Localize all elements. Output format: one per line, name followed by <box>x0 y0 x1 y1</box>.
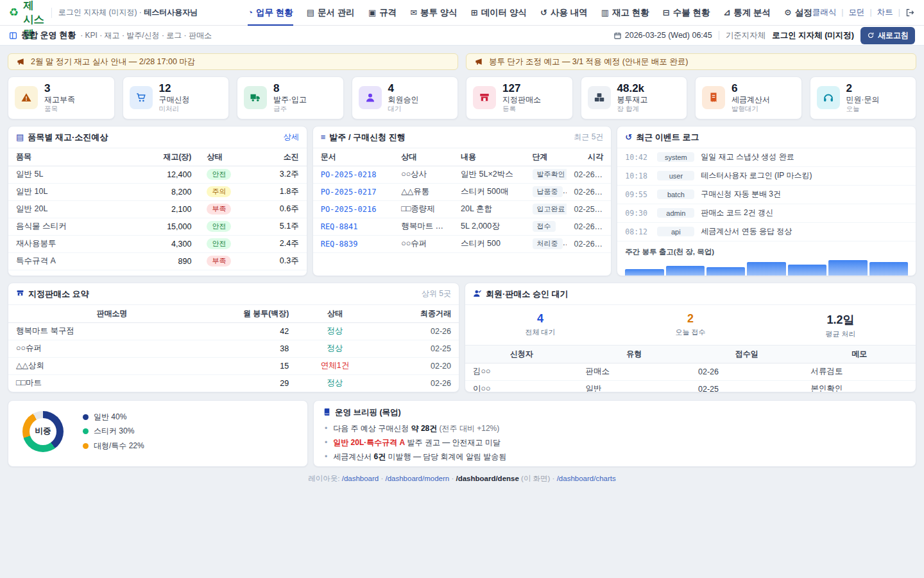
store-last-trade: 02-25 <box>373 340 459 357</box>
nav-item[interactable]: ◔ 업무 현황 <box>248 0 293 26</box>
item-name: 일반 20L <box>8 200 139 218</box>
stage-badge: 접수 <box>533 221 556 232</box>
bullet-icon: • <box>325 452 327 461</box>
nav-item[interactable]: ▥ 재고 현황 <box>601 0 649 26</box>
nav-item[interactable]: ▤ 문서 관리 <box>307 0 355 26</box>
bullet-icon: • <box>325 466 327 467</box>
footer-link[interactable]: /dashboard <box>342 475 379 482</box>
notice-text: 2월 말 정기 재고 실사 안내 — 2/28 17:00 마감 <box>31 57 195 67</box>
bar <box>747 262 785 276</box>
nav-item[interactable]: ⚙ 설정 <box>784 0 812 26</box>
event-log-list: 10:42 system 일일 재고 스냅샷 생성 완료 10:18 user … <box>617 148 916 241</box>
doc-link[interactable]: PO-2025-0218 <box>313 166 393 183</box>
layout-link[interactable]: 모던 <box>849 8 865 17</box>
doc-link[interactable]: PO-2025-0217 <box>313 183 393 200</box>
inventory-row: 일반 5L 12,400 안전 3.2주 <box>8 166 307 183</box>
nav-item[interactable]: ⊟ 수불 현황 <box>663 0 710 26</box>
receipt-icon <box>702 86 725 109</box>
donut-legend: 일반 40% 스티커 30% 대형/특수 22% <box>83 412 144 451</box>
layout-link[interactable]: 차트 <box>877 8 893 17</box>
col-header: 메모 <box>803 345 916 363</box>
col-header: 재고(장) <box>139 148 199 166</box>
inventory-panel: ▤품목별 재고·소진예상 상세 품목 재고(장) 상태 소진 일반 5L 12,… <box>8 126 307 276</box>
kpi-card[interactable]: 6 세금계산서 발행대기 <box>695 76 802 119</box>
bar-column: 토 <box>828 260 867 276</box>
item-depletion: 2.4주 <box>250 235 306 252</box>
kpi-value: 127 <box>502 82 541 95</box>
notice-text: 봉투 단가 조정 예고 — 3/1 적용 예정 (안내문 배포 완료) <box>489 57 688 67</box>
stage-badge: 발주확인 <box>533 169 567 180</box>
col-header: 단계 <box>525 148 567 166</box>
doc-link[interactable]: PO-2025-0216 <box>313 200 393 218</box>
item-depletion: 0.6주 <box>250 200 306 218</box>
kpi-card[interactable]: 48.2k 봉투재고 장 합계 <box>581 76 688 119</box>
refresh-button[interactable]: 새로고침 <box>860 27 915 44</box>
donut-chart: 비중 <box>22 411 64 452</box>
kpi-value: 8 <box>273 82 307 95</box>
kpi-card[interactable]: 4 회원승인 대기 <box>352 76 459 119</box>
nav-item[interactable]: ▣ 규격 <box>368 0 397 26</box>
store-name: ○○슈퍼 <box>8 340 216 357</box>
store-amount: 15 <box>216 357 296 374</box>
bullet-icon: • <box>325 438 327 447</box>
stage-badge: 처리중 <box>533 238 563 249</box>
item-stock: 4,300 <box>139 235 199 252</box>
order-desc: 스티커 500매 <box>453 183 525 200</box>
nav-item[interactable]: ⊿ 통계 분석 <box>723 0 771 26</box>
logout-icon[interactable] <box>905 8 915 17</box>
kpi-label: 봉투재고 <box>617 95 648 105</box>
order-row: REQ-8841 행복마트 북... 5L 2,000장 접수 02-26 09… <box>313 218 612 235</box>
megaphone-icon <box>16 57 25 66</box>
store-amount: 51 <box>216 392 296 392</box>
item-name: 일반 5L <box>8 166 139 183</box>
log-text: 판매소 코드 2건 갱신 <box>701 207 773 218</box>
kpi-card[interactable]: 3 재고부족 품목 <box>8 76 115 119</box>
footer-link[interactable]: /dashboard/dense <box>456 475 518 482</box>
kpi-label: 민원·문의 <box>846 95 880 105</box>
kpi-value: 2 <box>846 82 880 95</box>
col-header: 품목 <box>8 148 139 166</box>
kpi-card[interactable]: 12 구매신청 미처리 <box>123 76 230 119</box>
chart-icon: ⊿ <box>723 8 730 17</box>
layout-link[interactable]: 클래식 <box>812 8 837 17</box>
footer-link[interactable]: /dashboard/charts <box>557 475 616 482</box>
footer-link[interactable]: /dashboard/modern <box>385 475 449 482</box>
store-row: ◇◇할인점 51 정상 02-26 <box>8 392 459 392</box>
legend-label: 일반 40% <box>94 412 126 423</box>
applicant-name: 이○○ <box>465 380 578 392</box>
divider: | <box>841 8 843 17</box>
application-date: 02-26 <box>690 363 803 380</box>
nav-item[interactable]: ✉ 봉투 양식 <box>410 0 458 26</box>
applicant-type: 판매소 <box>578 363 691 380</box>
inventory-row: 일반 10L 8,200 주의 1.8주 <box>8 183 307 200</box>
store-row: 행복마트 북구점 42 정상 02-26 <box>8 322 459 340</box>
footer-link[interactable]: (이 화면) <box>521 475 550 482</box>
nav-item[interactable]: ⊞ 데이터 양식 <box>471 0 527 26</box>
kpi-value: 3 <box>44 82 75 95</box>
nav-label: 문서 관리 <box>318 7 355 19</box>
store-status: 정상 <box>327 344 343 353</box>
chart-title: 주간 봉투 출고(천 장, 목업) <box>625 247 908 257</box>
store-amount: 38 <box>216 340 296 357</box>
bar <box>706 267 745 276</box>
divider: | <box>898 8 900 17</box>
doc-link[interactable]: REQ-8839 <box>313 235 393 252</box>
nav-item[interactable]: ↺ 사용 내역 <box>540 0 588 26</box>
store-last-trade: 02-20 <box>373 357 459 374</box>
legend-dot-icon <box>83 428 89 434</box>
kpi-card[interactable]: 8 발주·입고 금주 <box>237 76 344 119</box>
legend-label: 대형/특수 22% <box>94 441 144 451</box>
nav-label: 수불 현황 <box>673 7 710 19</box>
status-badge: 안전 <box>207 238 231 249</box>
log-tag: api <box>657 227 694 236</box>
history-icon: ↺ <box>540 8 547 17</box>
notice-banners: 2월 말 정기 재고 실사 안내 — 2/28 17:00 마감 봉투 단가 조… <box>8 53 916 70</box>
kpi-card[interactable]: 127 지정판매소 등록 <box>466 76 573 119</box>
kpi-card[interactable]: 2 민원·문의 오늘 <box>810 76 917 119</box>
briefing-item: •다음 주 예상 구매신청 약 28건 (전주 대비 +12%) <box>323 422 907 436</box>
inventory-detail-link[interactable]: 상세 <box>284 132 299 143</box>
approval-row: 이○○ 일반 02-25 본인확인 <box>465 380 916 392</box>
log-tag: user <box>657 171 694 180</box>
doc-link[interactable]: REQ-8841 <box>313 218 393 235</box>
panel-note: 최근 5건 <box>574 132 603 143</box>
